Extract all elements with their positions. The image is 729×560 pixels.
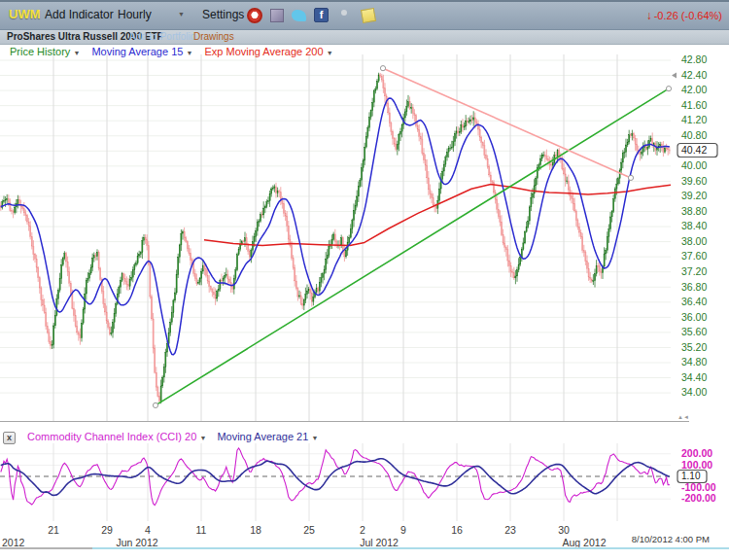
indicator-cci20[interactable]: Commodity Channel Index (CCI) 20 ▼ [27,431,206,442]
svg-text:8/10/2012 4:00 PM: 8/10/2012 4:00 PM [632,534,710,544]
indicator-price-history[interactable]: Price History ▼ [10,46,80,57]
indicator-label: Price History [10,46,70,57]
svg-text:34.80: 34.80 [681,356,707,368]
svg-text:29: 29 [101,524,113,536]
svg-text:21: 21 [48,524,59,536]
alerts-clock-icon[interactable] [247,8,262,23]
drawings-link[interactable]: Drawings [193,31,234,42]
svg-text:38.40: 38.40 [681,220,707,231]
indicator-label: Commodity Channel Index (CCI) 20 [27,431,196,442]
svg-text:34.40: 34.40 [681,371,707,383]
svg-text:37.60: 37.60 [681,250,707,262]
svg-text:39.20: 39.20 [681,190,707,201]
cci-pane-header: x Commodity Channel Index (CCI) 20 ▼ Mov… [0,431,326,444]
add-to-portfolio-link[interactable]: Add to Portfolio [129,31,195,42]
indicator-label: Moving Average 21 [217,431,308,442]
svg-text:Aug 2012: Aug 2012 [563,537,607,548]
indicator-ema200[interactable]: Exp Moving Average 200 ▼ [204,46,332,57]
svg-text:42.80: 42.80 [681,53,707,65]
facebook-icon[interactable]: f [314,8,329,22]
svg-text:37.20: 37.20 [681,265,707,277]
price-pane-header: Price History ▼ Moving Average 15 ▼ Exp … [10,46,342,59]
svg-text:11: 11 [196,524,207,536]
twitter-icon[interactable] [292,10,306,21]
indicator-label: Exp Moving Average 200 [204,46,323,57]
svg-text:2: 2 [360,524,365,536]
svg-text:36.00: 36.00 [681,311,707,323]
svg-text:9: 9 [400,524,406,536]
main-toolbar: UWM Add Indicator Hourly ▼ Settings f ↓-… [0,0,729,30]
settings-button[interactable]: Settings [202,8,244,21]
svg-text:39.60: 39.60 [681,175,707,187]
chevron-down-icon: ▼ [327,50,333,56]
sticky-note-icon[interactable] [361,8,376,23]
svg-text:36.40: 36.40 [681,296,707,307]
svg-text:-200.00: -200.00 [681,492,716,504]
svg-text:40.80: 40.80 [681,129,707,141]
svg-text:34.00: 34.00 [681,386,707,398]
svg-text:1.10: 1.10 [681,471,701,481]
svg-text:35.60: 35.60 [681,326,707,337]
indicator-ma15[interactable]: Moving Average 15 ▼ [91,46,192,57]
svg-text:40.42: 40.42 [681,144,707,156]
close-pane-button[interactable]: x [3,432,16,444]
chart-app: ▲◄42.8042.4042.0041.6041.2040.8040.0039.… [0,0,729,560]
svg-text:42.40: 42.40 [681,69,707,81]
svg-text:38.80: 38.80 [681,205,707,217]
svg-text:42.00: 42.00 [681,84,707,95]
indicator-cci-ma21[interactable]: Moving Average 21 ▼ [217,431,318,442]
svg-text:100.00: 100.00 [681,459,712,471]
chevron-down-icon: ▼ [199,435,206,441]
svg-text:36.80: 36.80 [681,281,707,293]
chevron-down-icon: ▼ [73,50,80,56]
chevron-down-icon: ▼ [186,50,192,56]
indicator-label: Moving Average 15 [91,46,183,57]
svg-text:Jul 2012: Jul 2012 [360,537,399,548]
svg-text:41.20: 41.20 [681,114,707,125]
chevron-down-icon[interactable]: ▼ [178,11,185,18]
svg-text:41.60: 41.60 [681,99,707,111]
svg-text:35.20: 35.20 [681,341,707,353]
svg-text:18: 18 [250,524,261,536]
add-indicator-button[interactable]: Add Indicator [45,8,114,21]
svg-text:25: 25 [303,524,315,536]
down-arrow-icon: ↓ [646,9,652,22]
symbol-subheader: ProShares Ultra Russell 2000 ETF Add to … [0,30,729,45]
svg-text:200.00: 200.00 [681,447,712,459]
price-change: ↓-0.26 (-0.64%) [646,9,722,22]
svg-text:38.00: 38.00 [681,235,707,247]
svg-text:▲◄: ▲◄ [677,414,689,420]
svg-text:30: 30 [558,524,570,536]
svg-text:40.00: 40.00 [681,159,707,171]
symbol-ticker[interactable]: UWM [9,7,41,21]
change-value: -0.26 (-0.64%) [654,10,722,21]
svg-text:23: 23 [504,524,516,536]
chart-canvas[interactable]: ▲◄42.8042.4042.0041.6041.2040.8040.0039.… [0,0,729,560]
svg-text:2012: 2012 [2,537,25,548]
svg-text:4: 4 [145,524,151,536]
timeframe-select[interactable]: Hourly [118,8,152,21]
chevron-down-icon: ▼ [311,435,318,441]
cube-icon[interactable] [270,9,284,22]
svg-text:16: 16 [451,524,463,536]
svg-text:Jun 2012: Jun 2012 [116,537,157,548]
